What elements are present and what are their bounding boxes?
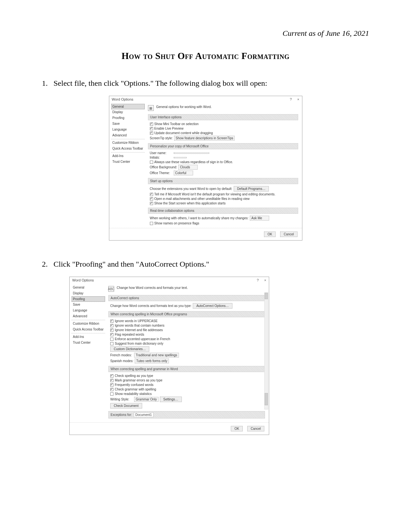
writing-style-label: Writing Style: [110,398,133,401]
section-personalize: Personalize your copy of Microsoft Offic… [148,143,298,149]
sidebar-item-display[interactable]: Display [72,291,105,296]
checkbox-always-values[interactable] [150,161,153,164]
checkbox-confused-words[interactable] [110,383,113,387]
section-word-spelling: When correcting spelling and grammar in … [108,366,265,372]
autocorrect-options-button[interactable]: AutoCorrect Options… [193,303,232,309]
section-autocorrect: AutoCorrect options [108,295,265,301]
step-text: Click "Proofing" and then "AutoCorrect O… [54,260,209,268]
label-always-values: Always use these values regardless of si… [154,160,233,164]
dialog-titlebar: Word Options ? × [70,277,269,283]
sidebar-item-customize-ribbon[interactable]: Customize Ribbon [111,140,145,146]
scrollbar-thumb-top[interactable] [265,293,268,299]
date-line: Current as of June 16, 2021 [42,29,369,38]
label-grammar-spelling: Check grammar with spelling [115,388,156,391]
checkbox-main-dict[interactable] [110,342,113,345]
sidebar-item-save[interactable]: Save [72,302,105,308]
screentip-label: ScreenTip style: [150,136,173,140]
label-ignore-upper: Ignore words in UPPERCASE [115,319,158,323]
sidebar-item-quick-access[interactable]: Quick Access Toolbar [111,146,145,152]
section-collab: Real-time collaboration options [148,208,298,214]
check-document-button[interactable]: Check Document [110,403,142,409]
settings-button[interactable]: Settings… [160,397,182,402]
office-bg-select[interactable]: Clouds [178,165,198,170]
close-icon[interactable]: × [264,278,266,282]
username-input[interactable] [174,153,209,154]
step-number: 1. [42,79,52,88]
label-reading-view: Open e-mail attachments and other unedit… [154,197,250,201]
checkbox-start-screen[interactable] [150,202,153,205]
step-2: 2. Click "Proofing" and then "AutoCorrec… [42,260,369,269]
vertical-scrollbar[interactable] [264,292,268,409]
label-readability: Show readability statistics [115,392,152,396]
options-sidebar: General Display Proofing Save Language A… [109,102,145,228]
sidebar-item-general[interactable]: General [111,104,145,109]
sidebar-item-addins[interactable]: Add-Ins [111,153,145,159]
checkbox-ignore-numbers[interactable] [110,324,113,327]
sidebar-item-advanced[interactable]: Advanced [72,313,105,319]
checkbox-ignore-upper[interactable] [110,320,113,323]
document-page: Current as of June 16, 2021 How to Shut … [0,0,411,532]
label-main-dict: Suggest from main dictionary only [115,342,163,345]
default-programs-button[interactable]: Default Programs… [234,186,269,192]
sidebar-item-advanced[interactable]: Advanced [111,133,145,138]
options-content: ▦ General options for working with Word.… [145,102,302,228]
spanish-modes-label: Spanish modes: [110,359,133,363]
writing-style-select[interactable]: Grammar Only [134,397,159,402]
section-ms-spelling: When correcting spelling in Microsoft Of… [108,311,265,317]
dialog-titlebar: Word Options ? × [109,96,302,102]
cancel-button[interactable]: Cancel [247,426,264,431]
checkbox-mini-toolbar[interactable] [150,123,153,126]
sidebar-item-trust-center[interactable]: Trust Center [111,159,145,165]
label-flag-repeated: Flag repeated words [115,333,144,336]
sidebar-item-customize-ribbon[interactable]: Customize Ribbon [72,321,105,327]
ok-button[interactable]: OK [231,426,242,431]
share-changes-select[interactable]: Ask Me [250,216,269,221]
checkbox-update-dragging[interactable] [150,132,153,135]
ok-button[interactable]: OK [264,232,276,237]
label-update-dragging: Update document content while dragging [154,131,213,135]
checkbox-check-spelling[interactable] [110,374,113,378]
initials-input[interactable] [174,157,187,158]
sidebar-item-addins[interactable]: Add-Ins [72,334,105,340]
label-mini-toolbar: Show Mini Toolbar on selection [154,122,199,126]
checkbox-grammar-spelling[interactable] [110,388,113,391]
sidebar-item-trust-center[interactable]: Trust Center [72,340,105,346]
checkbox-mark-grammar[interactable] [110,379,113,382]
sidebar-item-save[interactable]: Save [111,121,145,127]
label-ignore-internet: Ignore Internet and file addresses [115,328,163,332]
label-show-names: Show names on presence flags [154,222,200,225]
checkbox-ignore-internet[interactable] [110,329,113,332]
close-icon[interactable]: × [297,97,299,101]
cancel-button[interactable]: Cancel [280,232,297,237]
checkbox-live-preview[interactable] [150,127,153,130]
scrollbar-thumb-bottom[interactable] [265,393,268,405]
screentip-select[interactable]: Show feature descriptions in ScreenTips [174,136,235,141]
sidebar-item-quick-access[interactable]: Quick Access Toolbar [72,327,105,332]
french-modes-label: French modes: [110,353,133,357]
sidebar-item-display[interactable]: Display [111,109,145,115]
office-theme-select[interactable]: Colorful [174,171,193,175]
help-icon[interactable]: ? [257,278,259,282]
checkbox-french-accent[interactable] [110,338,113,341]
exceptions-select[interactable]: Document1 [134,412,153,417]
sidebar-item-language[interactable]: Language [72,308,105,313]
checkbox-readability[interactable] [110,392,113,396]
sidebar-item-proofing[interactable]: Proofing [72,296,105,302]
checkbox-flag-repeated[interactable] [110,333,113,336]
help-icon[interactable]: ? [290,97,292,101]
spanish-modes-select[interactable]: Tuteo verb forms only [135,359,169,363]
username-label: User name: [150,151,172,155]
step-number: 2. [42,260,52,269]
sidebar-item-language[interactable]: Language [111,127,145,133]
choose-ext-label: Choose the extensions you want Word to o… [150,187,232,191]
sidebar-item-general[interactable]: General [72,285,105,291]
french-modes-select[interactable]: Traditional and new spellings [134,353,179,358]
checkbox-default-program[interactable] [150,193,153,196]
checkbox-show-names[interactable] [150,222,153,225]
word-options-dialog-general: Word Options ? × General Display Proofin… [109,96,302,241]
sidebar-item-proofing[interactable]: Proofing [111,115,145,121]
proofing-icon: ABC [108,286,114,292]
checkbox-reading-view[interactable] [150,197,153,201]
label-live-preview: Enable Live Preview [154,127,184,130]
custom-dictionaries-button[interactable]: Custom Dictionaries… [110,346,149,352]
